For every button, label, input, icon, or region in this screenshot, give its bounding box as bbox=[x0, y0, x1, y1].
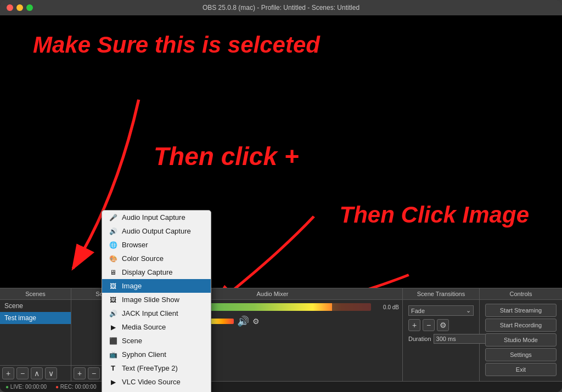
titlebar: OBS 25.0.8 (mac) - Profile: Untitled - S… bbox=[0, 0, 562, 15]
audio-settings-button[interactable]: ⚙ bbox=[252, 317, 260, 326]
window-title: OBS 25.0.8 (mac) - Profile: Untitled - S… bbox=[203, 4, 359, 12]
menu-item-audio-output-capture[interactable]: 🔊 Audio Output Capture bbox=[102, 224, 211, 238]
exit-button[interactable]: Exit bbox=[485, 363, 557, 376]
transition-settings-button[interactable]: ⚙ bbox=[437, 319, 449, 331]
menu-item-label: Color Source bbox=[122, 254, 164, 263]
media-source-icon: ▶ bbox=[109, 323, 117, 331]
browser-icon: 🌐 bbox=[109, 241, 117, 249]
transition-controls: + − ⚙ bbox=[408, 319, 474, 331]
rec-time: 00:00:00 bbox=[75, 384, 97, 390]
transition-chevron-icon: ⌄ bbox=[466, 307, 471, 314]
menu-item-color-source[interactable]: 🎨 Color Source bbox=[102, 252, 211, 265]
live-time: 00:00:00 bbox=[25, 384, 47, 390]
menu-item-label: Media Source bbox=[122, 323, 166, 331]
start-recording-button[interactable]: Start Recording bbox=[485, 319, 557, 332]
arrows-overlay bbox=[0, 15, 562, 288]
add-scene-button[interactable]: + bbox=[2, 367, 14, 379]
status-bar: ● LIVE: 00:00:00 ● REC: 00:00:00 CPU: 4.… bbox=[0, 381, 562, 392]
move-down-scene-button[interactable]: ∨ bbox=[45, 367, 57, 379]
audio-output-icon: 🔊 bbox=[109, 228, 117, 235]
scene-icon: ⬛ bbox=[109, 337, 117, 345]
remove-source-button[interactable]: − bbox=[88, 367, 100, 379]
menu-item-label: Browser bbox=[122, 241, 148, 249]
close-button[interactable] bbox=[7, 4, 13, 11]
remove-transition-button[interactable]: − bbox=[423, 319, 435, 331]
menu-item-scene[interactable]: ⬛ Scene bbox=[102, 334, 211, 348]
menu-item-media-source[interactable]: ▶ Media Source bbox=[102, 320, 211, 334]
mute-button[interactable]: 🔊 bbox=[237, 315, 249, 327]
color-source-icon: 🎨 bbox=[109, 255, 117, 263]
duration-label: Duration bbox=[408, 336, 431, 342]
studio-mode-button[interactable]: Studio Mode bbox=[485, 333, 557, 346]
start-streaming-button[interactable]: Start Streaming bbox=[485, 304, 557, 317]
preview-area: Make Sure this is selceted Then click + … bbox=[0, 15, 562, 288]
remove-scene-button[interactable]: − bbox=[16, 367, 29, 379]
menu-item-label: Audio Output Capture bbox=[122, 227, 191, 235]
image-slideshow-icon: 🖼 bbox=[109, 296, 117, 304]
scene-transitions-header: Scene Transitions bbox=[403, 288, 479, 300]
scene-transitions-panel: Scene Transitions Fade ⌄ + − ⚙ Duration bbox=[403, 288, 480, 381]
controls-header: Controls bbox=[480, 288, 562, 300]
menu-item-label: Display Capture bbox=[122, 268, 173, 276]
rec-label: REC: bbox=[60, 384, 74, 390]
image-icon: 🖼 bbox=[109, 282, 117, 290]
text-freetype-icon: T bbox=[109, 364, 117, 372]
vlc-video-icon: ▶ bbox=[109, 378, 117, 386]
duration-row: Duration ▲ ▼ bbox=[408, 333, 474, 344]
scenes-panel: Scenes Scene Test image + − ∧ ∨ bbox=[0, 288, 71, 381]
menu-item-label: Audio Input Capture bbox=[122, 213, 186, 221]
annotation-right-text: Then Click Image bbox=[340, 202, 529, 228]
menu-item-label: VLC Video Source bbox=[122, 378, 181, 386]
transition-value: Fade bbox=[411, 308, 425, 314]
annotation-middle-text: Then click + bbox=[154, 141, 299, 171]
menu-item-label: Image bbox=[122, 282, 142, 290]
add-source-button[interactable]: + bbox=[74, 367, 86, 379]
scene-item-test-image[interactable]: Test image bbox=[0, 312, 71, 324]
transition-select[interactable]: Fade ⌄ bbox=[408, 305, 474, 316]
status-rec: ● REC: 00:00:00 bbox=[55, 384, 96, 390]
minimize-button[interactable] bbox=[16, 4, 23, 11]
controls-content: Start Streaming Start Recording Studio M… bbox=[480, 300, 562, 380]
settings-button[interactable]: Settings bbox=[485, 348, 557, 361]
jack-input-icon: 🔊 bbox=[109, 310, 117, 317]
menu-item-image-slide-show[interactable]: 🖼 Image Slide Show bbox=[102, 293, 211, 306]
menu-item-label: Text (FreeType 2) bbox=[122, 364, 178, 372]
syphon-client-icon: 📺 bbox=[109, 351, 117, 359]
obs-window: OBS 25.0.8 (mac) - Profile: Untitled - S… bbox=[0, 0, 562, 392]
menu-item-jack-input-client[interactable]: 🔊 JACK Input Client bbox=[102, 306, 211, 320]
controls-panel: Controls Start Streaming Start Recording… bbox=[480, 288, 562, 381]
display-capture-icon: 🖥 bbox=[109, 269, 117, 276]
annotation-top-text: Make Sure this is selceted bbox=[33, 32, 320, 58]
rec-icon: ● bbox=[55, 384, 59, 390]
menu-item-label: Image Slide Show bbox=[122, 296, 179, 304]
context-menu: 🎤 Audio Input Capture 🔊 Audio Output Cap… bbox=[102, 210, 211, 392]
volume-label: 0.0 dB bbox=[374, 304, 399, 310]
menu-item-browser[interactable]: 🌐 Browser bbox=[102, 238, 211, 252]
menu-item-vlc-video-source[interactable]: ▶ VLC Video Source bbox=[102, 375, 211, 389]
menu-item-label: Scene bbox=[122, 337, 142, 345]
scenes-toolbar: + − ∧ ∨ bbox=[0, 365, 71, 381]
menu-item-image[interactable]: 🖼 Image bbox=[102, 279, 211, 293]
menu-item-display-capture[interactable]: 🖥 Display Capture bbox=[102, 265, 211, 279]
status-live: ● LIVE: 00:00:00 bbox=[5, 384, 47, 390]
menu-item-text-freetype2[interactable]: T Text (FreeType 2) bbox=[102, 361, 211, 375]
menu-item-label: JACK Input Client bbox=[122, 309, 178, 317]
menu-item-syphon-client[interactable]: 📺 Syphon Client bbox=[102, 348, 211, 361]
add-transition-button[interactable]: + bbox=[408, 319, 420, 331]
menu-item-audio-input-capture[interactable]: 🎤 Audio Input Capture bbox=[102, 211, 211, 224]
main-content: Make Sure this is selceted Then click + … bbox=[0, 15, 562, 392]
move-up-scene-button[interactable]: ∧ bbox=[31, 367, 43, 379]
scene-transitions-content: Fade ⌄ + − ⚙ Duration ▲ bbox=[403, 300, 479, 348]
bottom-panel: Scenes Scene Test image + − ∧ ∨ Sources bbox=[0, 288, 562, 392]
audio-input-icon: 🎤 bbox=[109, 214, 117, 221]
live-icon: ● bbox=[5, 384, 9, 390]
annotation-overlay: Make Sure this is selceted Then click + … bbox=[0, 15, 562, 288]
live-label: LIVE: bbox=[10, 384, 24, 390]
scene-item-scene[interactable]: Scene bbox=[0, 300, 71, 312]
scenes-panel-header: Scenes bbox=[0, 288, 71, 300]
traffic-lights bbox=[7, 4, 33, 11]
maximize-button[interactable] bbox=[26, 4, 33, 11]
panels-row: Scenes Scene Test image + − ∧ ∨ Sources bbox=[0, 288, 562, 381]
menu-item-video-capture-device[interactable]: 📷 Video Capture Device bbox=[102, 389, 211, 392]
menu-item-label: Syphon Client bbox=[122, 350, 166, 359]
